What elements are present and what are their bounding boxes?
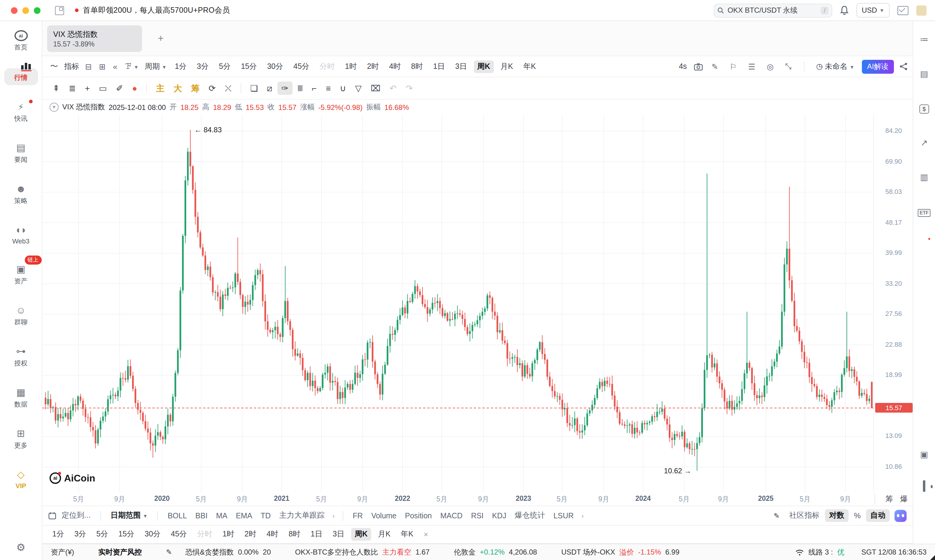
price-lines-icon[interactable]: ≣ (65, 82, 80, 95)
ai-assistant-mascot[interactable] (895, 509, 907, 522)
timeframe-1时[interactable]: 1时 (342, 60, 360, 73)
note-icon[interactable]: ▤ (920, 68, 928, 78)
sub-indicator-Volume[interactable]: Volume (367, 510, 401, 521)
customer-service-icon[interactable] (923, 482, 925, 492)
usdt-label[interactable]: USDT 场外-OKX (561, 547, 615, 557)
date-range-button[interactable]: 日期范围 ▼ (106, 509, 152, 522)
data-monitor-icon[interactable]: ▥ (920, 172, 928, 182)
panel-layout-icon[interactable]: ▣ (920, 449, 928, 459)
timeframe-分时[interactable]: 分时 (316, 60, 339, 73)
collapse-icon[interactable]: ⤡ (782, 62, 795, 71)
ai-interpret-button[interactable]: AI解读 (861, 60, 894, 74)
large-order-button[interactable]: 大 (169, 82, 186, 95)
message-icon[interactable] (898, 6, 909, 15)
indicator-BOLL[interactable]: BOLL (163, 510, 191, 521)
okx-ratio-label[interactable]: OKX-BTC多空持仓人数比 (295, 547, 378, 557)
timeframe-3日[interactable]: 3日 (329, 528, 348, 541)
undo-icon[interactable]: ↶ (385, 82, 401, 95)
timeframe-8时[interactable]: 8时 (285, 528, 304, 541)
search-input[interactable]: OKX BTC/USDT 永续 / (713, 3, 832, 17)
screenshot-icon[interactable] (694, 63, 703, 71)
order-lines-icon[interactable]: ⇞ (48, 82, 64, 95)
magnet-icon[interactable]: ∪ (336, 82, 351, 95)
period-dropdown[interactable]: 周期 ▼ (143, 61, 169, 72)
currency-select[interactable]: USD ▼ (856, 3, 890, 17)
sidebar-item-web3[interactable]: ◖◗Web3 (4, 222, 38, 248)
delete-drawing-icon[interactable]: ⌧ (367, 82, 385, 95)
share-icon[interactable] (900, 62, 908, 71)
timeframe-4时[interactable]: 4时 (385, 60, 404, 73)
timeframe-2时[interactable]: 2时 (241, 528, 260, 541)
more-main-indicators-icon[interactable]: › (330, 512, 337, 519)
candlestick-chart[interactable]: ← 84.8310.62 → 84.2069.9058.0348.1739.99… (42, 115, 913, 492)
timeframe-45分[interactable]: 45分 (290, 60, 313, 73)
list-settings-icon[interactable]: ☰ (745, 62, 758, 71)
sub-indicator-RSI[interactable]: RSI (467, 510, 488, 521)
asset-toggle[interactable]: 资产(¥) (51, 547, 74, 557)
timeframe-45分[interactable]: 45分 (167, 528, 190, 541)
auto-scale-toggle[interactable]: 自动 (866, 509, 890, 522)
watchlist-icon[interactable]: ≔ (920, 34, 928, 44)
risk-control-label[interactable]: 实时资产风控 (98, 547, 142, 557)
timeframe-3日[interactable]: 3日 (451, 60, 471, 73)
refresh-drawing-icon[interactable]: ⟳ (204, 82, 220, 95)
lock-icon[interactable]: ⌐ (308, 82, 321, 95)
etf-icon[interactable]: ETF (918, 206, 930, 216)
timeframe-周K[interactable]: 周K (351, 528, 371, 541)
note-edit-icon[interactable]: ≡ (322, 82, 335, 95)
gold-label[interactable]: 伦敦金 (454, 547, 476, 557)
sub-indicator-爆仓统计[interactable]: 爆仓统计 (511, 509, 549, 522)
settings-gear-icon[interactable]: ⚙ (16, 541, 26, 554)
sidebar-item-idx4[interactable]: ☻策略 (4, 181, 38, 208)
sidebar-item-idx9[interactable]: ▦数据 (4, 384, 38, 412)
filter-icon[interactable]: ▽ (351, 82, 366, 95)
close-timeframe-bar-icon[interactable]: × (420, 529, 432, 540)
trend-line-icon[interactable]: ⤬ (220, 82, 236, 95)
interval-measure-icon[interactable]: ꘈ (293, 82, 307, 95)
timeframe-8时[interactable]: 8时 (407, 60, 427, 73)
sidebar-item-idx2[interactable]: ⚡快讯 (4, 98, 38, 126)
price-axis[interactable]: 84.2069.9058.0348.1739.9933.2027.5622.88… (873, 115, 913, 492)
timeframe-1日[interactable]: 1日 (430, 60, 448, 73)
timeframe-1时[interactable]: 1时 (219, 528, 238, 541)
timeframe-1分[interactable]: 1分 (171, 60, 190, 73)
timeframe-2时[interactable]: 2时 (364, 60, 383, 73)
chips-button[interactable]: 筹 (187, 82, 204, 95)
sidebar-item-idx8[interactable]: ⊶授权 (4, 343, 38, 371)
ruler-icon[interactable]: ⧄ (263, 82, 277, 95)
timeframe-1分[interactable]: 1分 (49, 528, 68, 541)
community-indicators-button[interactable]: 社区指标 (785, 509, 824, 522)
compare-icon[interactable]: ⊟ (82, 62, 95, 71)
redo-icon[interactable]: ↷ (401, 82, 417, 95)
indicator-MA[interactable]: MA (212, 510, 232, 521)
money-icon[interactable]: $ (919, 103, 929, 113)
sidebar-item-idx10[interactable]: ⊞更多 (4, 425, 38, 453)
sidebar-item-idx1[interactable]: 行情 (4, 68, 38, 85)
timeframe-1日[interactable]: 1日 (307, 528, 326, 541)
trend-icon[interactable]: ↗ (921, 137, 927, 148)
timeframe-5分[interactable]: 5分 (215, 60, 234, 73)
axis-tab-chips[interactable]: 筹 (886, 494, 893, 505)
timeframe-30分[interactable]: 30分 (263, 60, 287, 73)
log-scale-toggle[interactable]: 对数 (825, 509, 849, 522)
timeframe-3分[interactable]: 3分 (193, 60, 212, 73)
brush-tool-icon[interactable]: ✐ (112, 82, 127, 95)
sidebar-item-idx3[interactable]: ▤要闻 (4, 140, 38, 167)
sub-indicator-FR[interactable]: FR (348, 510, 367, 521)
bookmark-icon[interactable]: ❏ (246, 82, 262, 95)
timeframe-年K[interactable]: 年K (520, 60, 540, 73)
timeframe-5分[interactable]: 5分 (93, 528, 112, 541)
draw-icon[interactable]: ✎ (709, 62, 721, 71)
hotspot-toggle-icon[interactable]: ● (128, 82, 142, 95)
indicator-button[interactable]: 指标 (62, 61, 81, 72)
sidebar-item-idx0[interactable]: ai首页 (4, 27, 38, 55)
time-axis[interactable]: 筹 爆 5月9月20205月9月20215月9月20225月9月20235月9月… (42, 492, 913, 506)
timeframe-30分[interactable]: 30分 (141, 528, 165, 541)
candle-style-icon[interactable]: ꘘ ▼ (122, 62, 142, 71)
more-sub-indicators-icon[interactable]: › (579, 512, 586, 519)
timeframe-15分[interactable]: 15分 (115, 528, 138, 541)
avatar[interactable] (916, 5, 927, 15)
indicator-主力大单跟踪[interactable]: 主力大单跟踪 (275, 509, 329, 522)
locate-date-button[interactable]: 定位到... (57, 509, 95, 522)
chart-plot[interactable]: ← 84.8310.62 → (42, 115, 873, 492)
